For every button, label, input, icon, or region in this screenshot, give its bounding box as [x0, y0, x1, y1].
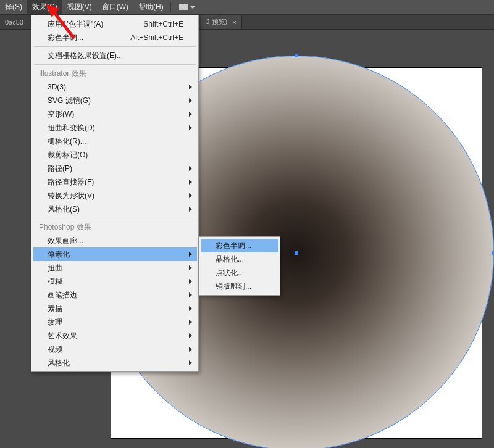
menu-item-label: 3D(3) — [48, 83, 66, 91]
menu-artistic[interactable]: 艺术效果 — [33, 329, 197, 342]
menu-path[interactable]: 路径(P) — [33, 162, 197, 175]
menu-separator — [170, 2, 171, 12]
menu-item-shortcut: Alt+Shift+Ctrl+E — [113, 33, 183, 42]
handle-center[interactable] — [295, 251, 298, 255]
submenu-pointillize[interactable]: 点状化... — [201, 266, 278, 280]
menu-item-label: 风格化(S) — [48, 204, 80, 215]
menu-effect[interactable]: 效果(C) — [27, 0, 62, 14]
menu-label: 择(S) — [5, 2, 22, 12]
menu-doc-raster-settings[interactable]: 文档栅格效果设置(E)... — [33, 49, 197, 62]
menu-color-halftone-top[interactable]: 彩色半调... Alt+Shift+Ctrl+E — [33, 31, 197, 44]
menu-warp[interactable]: 变形(W) — [33, 107, 197, 121]
submenu-crystallize[interactable]: 晶格化... — [201, 252, 278, 266]
effects-dropdown: 应用" '色半调"(A) Shift+Ctrl+E 彩色半调... Alt+Sh… — [31, 15, 199, 372]
menu-header-photoshop: Photoshop 效果 — [33, 220, 197, 234]
document-tab[interactable]: J 预览) × — [201, 15, 242, 29]
menu-item-label: 风格化 — [48, 358, 70, 368]
menu-video[interactable]: 视频 — [33, 342, 197, 356]
menu-label: 效果(C) — [32, 2, 57, 12]
menubar: 择(S) 效果(C) 视图(V) 窗口(W) 帮助(H) — [0, 0, 494, 15]
grid-icon — [179, 4, 188, 10]
menu-label: 窗口(W) — [102, 2, 128, 12]
menu-item-label: 转换为形状(V) — [48, 191, 94, 201]
menu-stylize-ai[interactable]: 风格化(S) — [33, 202, 197, 216]
menu-item-label: 模糊 — [48, 276, 62, 287]
menu-item-label: 艺术效果 — [48, 331, 77, 341]
menu-convert-to-shape[interactable]: 转换为形状(V) — [33, 189, 197, 202]
menu-label: 视图(V) — [67, 2, 92, 12]
close-icon[interactable]: × — [232, 19, 236, 26]
menu-item-label: 晶格化... — [216, 254, 244, 265]
menu-3d[interactable]: 3D(3) — [33, 80, 197, 94]
menu-item-label: 文档栅格效果设置(E)... — [48, 51, 123, 61]
menu-sketch[interactable]: 素描 — [33, 302, 197, 315]
menu-pathfinder[interactable]: 路径查找器(F) — [33, 175, 197, 189]
menu-pixelate[interactable]: 像素化 — [33, 247, 197, 261]
menu-distort-transform[interactable]: 扭曲和变换(D) — [33, 121, 197, 135]
menu-svg-filters[interactable]: SVG 滤镜(G) — [33, 94, 197, 107]
menu-separator — [34, 64, 196, 65]
menu-item-label: 栅格化(R)... — [48, 136, 86, 147]
menu-distort[interactable]: 扭曲 — [33, 261, 197, 275]
menu-item-label: 裁剪标记(O) — [48, 150, 88, 160]
menu-item-label: SVG 滤镜(G) — [48, 96, 91, 106]
menu-item-label: 扭曲 — [48, 263, 62, 273]
menu-item-label: 点状化... — [216, 268, 244, 278]
menu-view[interactable]: 视图(V) — [62, 0, 97, 14]
menu-texture[interactable]: 纹理 — [33, 315, 197, 329]
submenu-color-halftone[interactable]: 彩色半调... — [201, 239, 278, 252]
workspace-switcher[interactable] — [173, 0, 200, 14]
menu-brush-strokes[interactable]: 画笔描边 — [33, 288, 197, 302]
menu-item-label: 视频 — [48, 344, 62, 355]
menu-effect-gallery[interactable]: 效果画廊... — [33, 234, 197, 247]
tab-fragment-left: 0ac50 — [0, 15, 28, 29]
menu-crop-marks[interactable]: 裁剪标记(O) — [33, 148, 197, 162]
menu-item-label: 像素化 — [48, 249, 70, 260]
pixelate-submenu: 彩色半调... 晶格化... 点状化... 铜版雕刻... — [199, 236, 280, 296]
menu-help[interactable]: 帮助(H) — [133, 0, 169, 14]
menu-item-label: 应用" '色半调"(A) — [48, 19, 103, 30]
handle-top[interactable] — [295, 54, 298, 57]
menu-label: 帮助(H) — [138, 2, 164, 12]
menu-item-label: 画笔描边 — [48, 290, 77, 301]
tab-label: J 预览) — [206, 17, 227, 27]
menu-item-label: 彩色半调... — [216, 241, 251, 251]
menu-window[interactable]: 窗口(W) — [97, 0, 133, 14]
menu-item-label: 路径查找器(F) — [48, 177, 94, 188]
menu-item-label: 扭曲和变换(D) — [48, 123, 95, 133]
menu-item-shortcut: Shift+Ctrl+E — [126, 20, 183, 28]
menu-blur[interactable]: 模糊 — [33, 275, 197, 288]
menu-item-label: 素描 — [48, 304, 62, 314]
menu-apply-last-effect[interactable]: 应用" '色半调"(A) Shift+Ctrl+E — [33, 17, 197, 31]
menu-separator — [34, 46, 196, 47]
submenu-mezzotint[interactable]: 铜版雕刻... — [201, 280, 278, 293]
menu-item-label: 路径(P) — [48, 164, 72, 174]
menu-item-label: 变形(W) — [48, 109, 74, 120]
menu-item-label: 效果画廊... — [48, 236, 83, 246]
menu-rasterize[interactable]: 栅格化(R)... — [33, 135, 197, 148]
menu-select[interactable]: 择(S) — [0, 0, 27, 14]
menu-item-label: 彩色半调... — [48, 33, 83, 43]
menu-header-illustrator: Illustrator 效果 — [33, 67, 197, 80]
menu-item-label: 纹理 — [48, 317, 62, 328]
menu-item-label: 铜版雕刻... — [216, 281, 251, 292]
chevron-down-icon — [190, 6, 195, 9]
menu-separator — [34, 218, 196, 218]
tab-fragment-label: 0ac50 — [5, 19, 23, 26]
menu-stylize-ps[interactable]: 风格化 — [33, 356, 197, 370]
